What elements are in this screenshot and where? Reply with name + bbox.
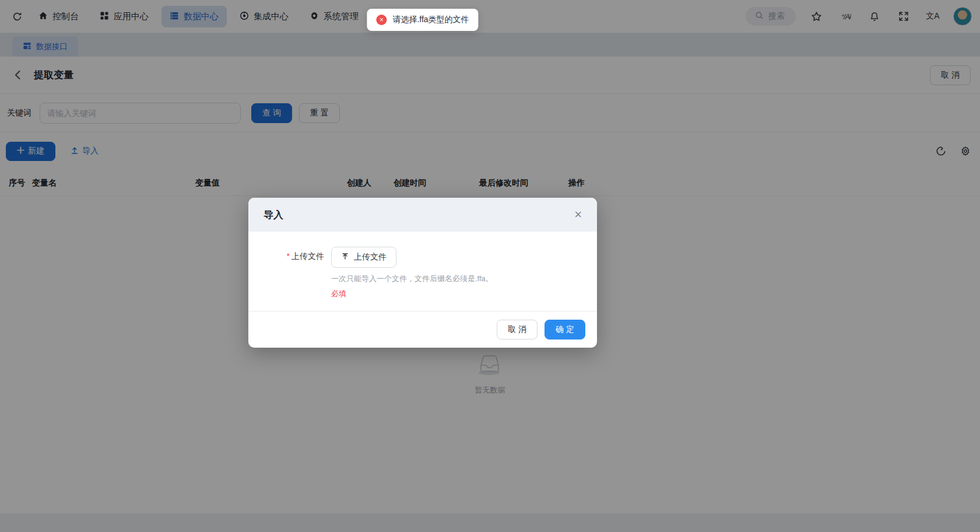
error-circle-icon: × (376, 15, 387, 25)
required-asterisk: * (287, 251, 290, 261)
modal-header: 导入 × (248, 198, 597, 232)
upload-field-control: 上传文件 一次只能导入一个文件，文件后缀名必须是.ffa。 必填 (331, 247, 493, 299)
toast-message: 请选择.ffa类型的文件 (392, 15, 469, 25)
modal-confirm-button[interactable]: 确 定 (545, 320, 585, 340)
modal-body: *上传文件 上传文件 一次只能导入一个文件，文件后缀名必须是.ffa。 必填 (248, 232, 597, 311)
upload-file-button[interactable]: 上传文件 (331, 247, 396, 268)
modal-cancel-button[interactable]: 取 消 (497, 320, 538, 340)
error-toast: × 请选择.ffa类型的文件 (367, 9, 478, 31)
modal-footer: 取 消 确 定 (248, 311, 597, 348)
upload-hint: 一次只能导入一个文件，文件后缀名必须是.ffa。 (331, 274, 493, 284)
close-icon[interactable]: × (574, 208, 582, 221)
import-modal: 导入 × *上传文件 上传文件 一次只能导入一个文件，文件后缀名必须是.ffa。… (248, 198, 597, 348)
required-error: 必填 (331, 289, 493, 299)
upload-icon (341, 253, 349, 262)
upload-field-row: *上传文件 上传文件 一次只能导入一个文件，文件后缀名必须是.ffa。 必填 (264, 247, 582, 299)
upload-field-label: *上传文件 (264, 247, 324, 262)
modal-title: 导入 (264, 208, 283, 222)
screen: 控制台 应用中心 数据中心 集成中心 (0, 0, 980, 532)
